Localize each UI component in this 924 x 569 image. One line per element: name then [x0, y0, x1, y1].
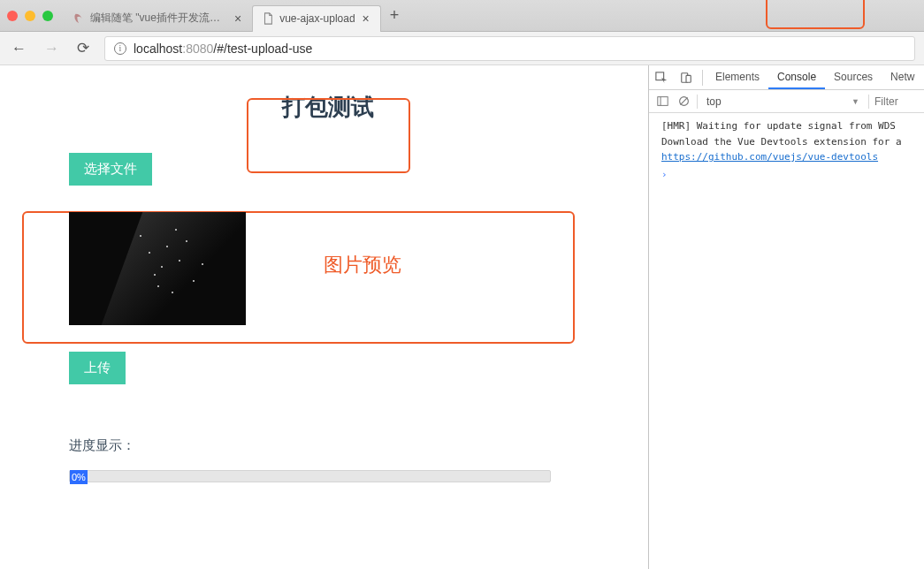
- inspect-element-icon[interactable]: [649, 65, 674, 90]
- url-input[interactable]: i localhost:8080/#/test-upload-use: [104, 36, 915, 61]
- browser-tab-1[interactable]: vue-ajax-upload ×: [252, 5, 381, 32]
- devtools-tab-network[interactable]: Netw: [882, 65, 923, 89]
- url-text: localhost:8080/#/test-upload-use: [134, 42, 312, 56]
- progress-label: 进度显示：: [69, 437, 560, 454]
- preview-thumbnail: [69, 212, 246, 325]
- devtools-tab-sources[interactable]: Sources: [825, 65, 882, 89]
- close-window-icon[interactable]: [7, 11, 18, 21]
- window-controls: [7, 11, 64, 21]
- minimize-window-icon[interactable]: [25, 11, 35, 21]
- console-line: Download the Vue Devtools extension for …: [661, 134, 922, 150]
- reload-icon[interactable]: ⟳: [74, 37, 92, 59]
- browser-addressbar: ← → ⟳ i localhost:8080/#/test-upload-use: [0, 32, 924, 65]
- doc-favicon-icon: [262, 12, 274, 25]
- new-tab-button[interactable]: +: [381, 6, 409, 25]
- console-filter-input[interactable]: [874, 95, 919, 108]
- devtools-subbar: top ▼: [649, 90, 924, 113]
- console-output[interactable]: [HMR] Waiting for update signal from WDS…: [649, 113, 924, 569]
- clear-console-icon[interactable]: [676, 94, 691, 110]
- site-info-icon[interactable]: i: [114, 42, 126, 55]
- devtools-panel: Elements Console Sources Netw top ▼: [648, 65, 924, 569]
- browser-tab-0[interactable]: 编辑随笔 "vue插件开发流程详解 ×: [64, 5, 252, 32]
- progress-percent: 0%: [70, 470, 88, 484]
- console-prompt-icon[interactable]: ›: [661, 165, 922, 180]
- close-tab-icon[interactable]: ×: [361, 11, 371, 26]
- page-viewport: 图片预览 打包测试 选择文件: [0, 65, 648, 569]
- tab-title: 编辑随笔 "vue插件开发流程详解: [90, 11, 227, 26]
- devtools-tab-console[interactable]: Console: [768, 65, 825, 89]
- context-selector[interactable]: top ▼: [703, 95, 863, 108]
- svg-line-6: [680, 97, 687, 104]
- console-sidebar-icon[interactable]: [654, 94, 670, 110]
- devtools-topbar: Elements Console Sources Netw: [649, 65, 924, 90]
- chevron-down-icon: ▼: [851, 97, 859, 106]
- progress-bar: 0%: [69, 470, 551, 482]
- back-icon[interactable]: ←: [9, 38, 29, 59]
- console-line: [HMR] Waiting for update signal from WDS: [661, 118, 922, 134]
- console-link[interactable]: https://github.com/vuejs/vue-devtools: [661, 149, 922, 165]
- select-file-button[interactable]: 选择文件: [69, 153, 152, 186]
- devtools-tab-elements[interactable]: Elements: [706, 65, 768, 89]
- svg-rect-2: [686, 75, 691, 82]
- jianshu-favicon-icon: [73, 12, 85, 25]
- browser-tabbar: 编辑随笔 "vue插件开发流程详解 × vue-ajax-upload × +: [0, 0, 924, 32]
- svg-rect-3: [657, 97, 667, 106]
- device-toolbar-icon[interactable]: [674, 65, 699, 90]
- close-tab-icon[interactable]: ×: [233, 11, 243, 26]
- annotation-preview-label: 图片预览: [324, 252, 401, 278]
- page-title: 打包测试: [69, 92, 586, 123]
- maximize-window-icon[interactable]: [42, 11, 53, 21]
- upload-button[interactable]: 上传: [69, 352, 126, 384]
- tab-title: vue-ajax-upload: [279, 12, 355, 25]
- forward-icon[interactable]: →: [42, 38, 62, 59]
